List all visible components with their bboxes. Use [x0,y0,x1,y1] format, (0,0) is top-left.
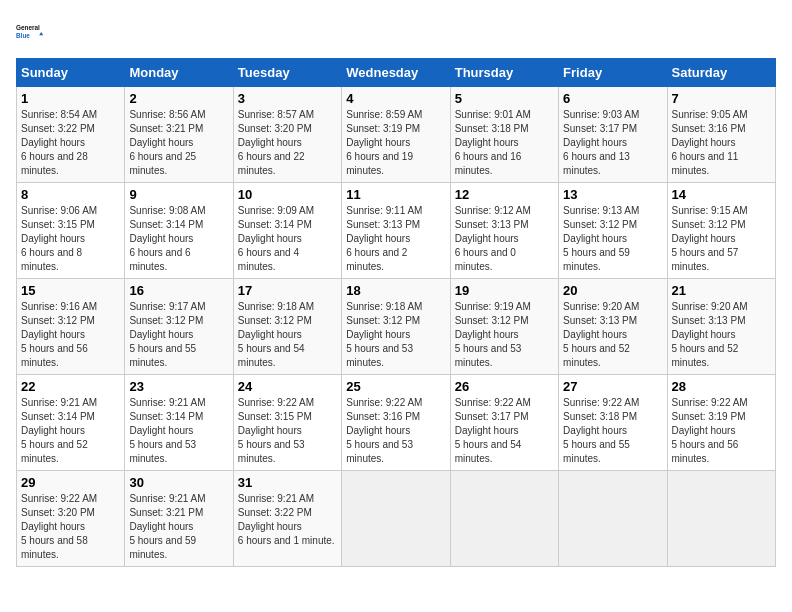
calendar-day-3: 3Sunrise: 8:57 AMSunset: 3:20 PMDaylight… [233,87,341,183]
logo: GeneralBlue [16,16,48,48]
calendar-header-row: SundayMondayTuesdayWednesdayThursdayFrid… [17,59,776,87]
svg-text:Blue: Blue [16,32,30,39]
calendar-day-16: 16Sunrise: 9:17 AMSunset: 3:12 PMDayligh… [125,279,233,375]
calendar-day-6: 6Sunrise: 9:03 AMSunset: 3:17 PMDaylight… [559,87,667,183]
calendar-day-21: 21Sunrise: 9:20 AMSunset: 3:13 PMDayligh… [667,279,775,375]
svg-text:General: General [16,24,40,31]
calendar-day-31: 31Sunrise: 9:21 AMSunset: 3:22 PMDayligh… [233,471,341,567]
calendar-day-22: 22Sunrise: 9:21 AMSunset: 3:14 PMDayligh… [17,375,125,471]
calendar-day-empty [667,471,775,567]
calendar-day-30: 30Sunrise: 9:21 AMSunset: 3:21 PMDayligh… [125,471,233,567]
col-header-monday: Monday [125,59,233,87]
calendar-day-empty [342,471,450,567]
calendar-day-20: 20Sunrise: 9:20 AMSunset: 3:13 PMDayligh… [559,279,667,375]
calendar-week-3: 22Sunrise: 9:21 AMSunset: 3:14 PMDayligh… [17,375,776,471]
calendar-day-8: 8Sunrise: 9:06 AMSunset: 3:15 PMDaylight… [17,183,125,279]
col-header-tuesday: Tuesday [233,59,341,87]
svg-marker-2 [39,32,43,35]
calendar-day-15: 15Sunrise: 9:16 AMSunset: 3:12 PMDayligh… [17,279,125,375]
calendar-day-18: 18Sunrise: 9:18 AMSunset: 3:12 PMDayligh… [342,279,450,375]
calendar-week-2: 15Sunrise: 9:16 AMSunset: 3:12 PMDayligh… [17,279,776,375]
calendar-day-24: 24Sunrise: 9:22 AMSunset: 3:15 PMDayligh… [233,375,341,471]
calendar-day-23: 23Sunrise: 9:21 AMSunset: 3:14 PMDayligh… [125,375,233,471]
calendar-day-13: 13Sunrise: 9:13 AMSunset: 3:12 PMDayligh… [559,183,667,279]
calendar-day-1: 1Sunrise: 8:54 AMSunset: 3:22 PMDaylight… [17,87,125,183]
calendar-day-25: 25Sunrise: 9:22 AMSunset: 3:16 PMDayligh… [342,375,450,471]
calendar-day-14: 14Sunrise: 9:15 AMSunset: 3:12 PMDayligh… [667,183,775,279]
page-header: GeneralBlue [16,16,776,48]
calendar-day-26: 26Sunrise: 9:22 AMSunset: 3:17 PMDayligh… [450,375,558,471]
calendar-day-5: 5Sunrise: 9:01 AMSunset: 3:18 PMDaylight… [450,87,558,183]
calendar-week-0: 1Sunrise: 8:54 AMSunset: 3:22 PMDaylight… [17,87,776,183]
calendar-day-empty [559,471,667,567]
calendar-day-9: 9Sunrise: 9:08 AMSunset: 3:14 PMDaylight… [125,183,233,279]
calendar-day-12: 12Sunrise: 9:12 AMSunset: 3:13 PMDayligh… [450,183,558,279]
calendar-day-empty [450,471,558,567]
calendar-week-1: 8Sunrise: 9:06 AMSunset: 3:15 PMDaylight… [17,183,776,279]
calendar-day-11: 11Sunrise: 9:11 AMSunset: 3:13 PMDayligh… [342,183,450,279]
calendar-day-10: 10Sunrise: 9:09 AMSunset: 3:14 PMDayligh… [233,183,341,279]
col-header-saturday: Saturday [667,59,775,87]
calendar-day-2: 2Sunrise: 8:56 AMSunset: 3:21 PMDaylight… [125,87,233,183]
logo-icon: GeneralBlue [16,16,48,48]
calendar-day-29: 29Sunrise: 9:22 AMSunset: 3:20 PMDayligh… [17,471,125,567]
calendar-day-28: 28Sunrise: 9:22 AMSunset: 3:19 PMDayligh… [667,375,775,471]
col-header-friday: Friday [559,59,667,87]
calendar-day-27: 27Sunrise: 9:22 AMSunset: 3:18 PMDayligh… [559,375,667,471]
calendar-table: SundayMondayTuesdayWednesdayThursdayFrid… [16,58,776,567]
col-header-thursday: Thursday [450,59,558,87]
calendar-day-17: 17Sunrise: 9:18 AMSunset: 3:12 PMDayligh… [233,279,341,375]
calendar-body: 1Sunrise: 8:54 AMSunset: 3:22 PMDaylight… [17,87,776,567]
calendar-day-4: 4Sunrise: 8:59 AMSunset: 3:19 PMDaylight… [342,87,450,183]
calendar-day-19: 19Sunrise: 9:19 AMSunset: 3:12 PMDayligh… [450,279,558,375]
calendar-week-4: 29Sunrise: 9:22 AMSunset: 3:20 PMDayligh… [17,471,776,567]
col-header-sunday: Sunday [17,59,125,87]
calendar-day-7: 7Sunrise: 9:05 AMSunset: 3:16 PMDaylight… [667,87,775,183]
col-header-wednesday: Wednesday [342,59,450,87]
